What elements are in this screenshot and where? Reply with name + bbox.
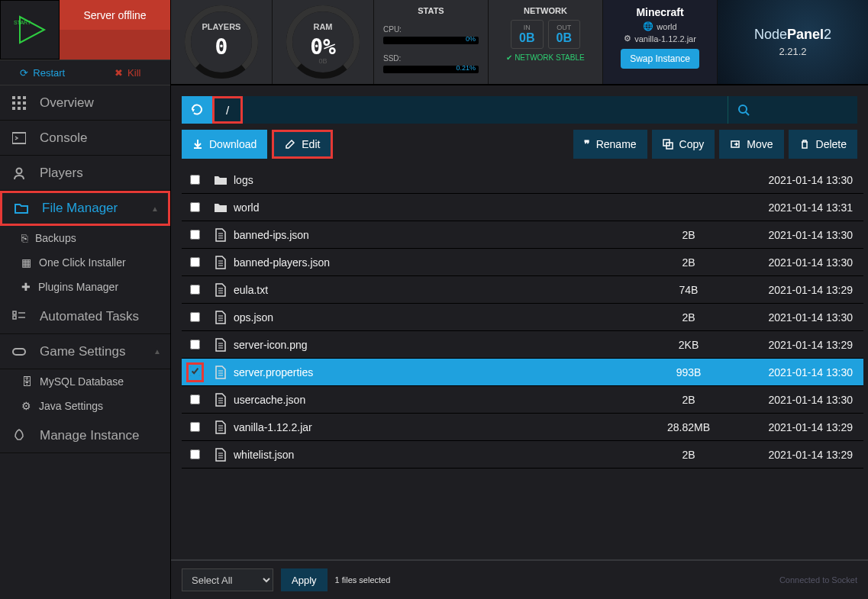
file-row[interactable]: server-icon.png2KB2021-01-14 13:29 bbox=[182, 331, 863, 359]
file-checkbox[interactable] bbox=[190, 449, 200, 459]
breadcrumb-root[interactable]: / bbox=[212, 96, 243, 124]
file-row[interactable]: vanilla-1.12.2.jar28.82MB2021-01-14 13:2… bbox=[182, 414, 863, 441]
file-date: 2021-01-14 13:30 bbox=[738, 394, 853, 406]
nav-game-settings[interactable]: Game Settings ▲ bbox=[0, 334, 170, 369]
svg-line-24 bbox=[746, 112, 749, 115]
file-date: 2021-01-14 13:30 bbox=[738, 256, 853, 269]
download-button[interactable]: Download bbox=[182, 130, 267, 159]
nav-file-manager[interactable]: File Manager ▲ bbox=[0, 191, 170, 226]
file-checkbox[interactable] bbox=[190, 312, 200, 322]
file-checkbox[interactable] bbox=[190, 340, 200, 349]
globe-icon: 🌐 bbox=[643, 21, 653, 31]
copy-button[interactable]: Copy bbox=[652, 130, 715, 159]
file-row[interactable]: eula.txt74B2021-01-14 13:29 bbox=[182, 276, 863, 304]
chevron-up-icon: ▲ bbox=[151, 204, 159, 213]
file-row[interactable]: banned-ips.json2B2021-01-14 13:30 bbox=[182, 221, 863, 249]
nav-automated-tasks[interactable]: Automated Tasks bbox=[0, 299, 170, 334]
file-size: 2B bbox=[639, 449, 738, 461]
file-size: 2B bbox=[639, 394, 738, 406]
grid-icon bbox=[9, 96, 29, 110]
file-icon bbox=[208, 311, 234, 324]
file-row[interactable]: banned-players.json2B2021-01-14 13:30 bbox=[182, 249, 863, 276]
nav-plugins[interactable]: ✚ Plugins Manager bbox=[0, 275, 170, 299]
file-date: 2021-01-14 13:30 bbox=[738, 311, 853, 324]
kill-button[interactable]: ✖ Kill bbox=[86, 60, 171, 85]
tasks-icon bbox=[9, 310, 29, 324]
file-checkbox[interactable] bbox=[190, 257, 200, 267]
file-date: 2021-01-14 13:29 bbox=[738, 449, 853, 461]
file-date: 2021-01-14 13:30 bbox=[738, 366, 853, 378]
file-row[interactable]: logs2021-01-14 13:30 bbox=[182, 166, 863, 194]
file-icon bbox=[208, 338, 234, 352]
nav-one-click[interactable]: ▦ One Click Installer bbox=[0, 250, 170, 275]
file-row[interactable]: whitelist.json2B2021-01-14 13:29 bbox=[182, 441, 863, 469]
svg-rect-11 bbox=[12, 133, 26, 143]
copy-icon bbox=[663, 139, 673, 150]
edit-button[interactable]: Edit bbox=[272, 130, 333, 159]
edit-icon bbox=[285, 139, 295, 150]
file-checkbox[interactable] bbox=[190, 285, 200, 295]
file-size: 2KB bbox=[639, 339, 738, 351]
start-button[interactable]: START bbox=[0, 0, 60, 60]
file-icon bbox=[208, 228, 234, 242]
download-icon bbox=[192, 139, 203, 150]
nav-players[interactable]: Players bbox=[0, 156, 170, 191]
restart-icon: ⟳ bbox=[20, 67, 28, 79]
restart-button[interactable]: ⟳ Restart bbox=[0, 60, 86, 85]
file-checkbox[interactable] bbox=[190, 175, 200, 185]
plugin-icon: ✚ bbox=[21, 281, 31, 293]
move-icon bbox=[730, 139, 741, 150]
delete-button[interactable]: Delete bbox=[789, 130, 857, 159]
file-checkbox[interactable] bbox=[190, 366, 200, 376]
file-row[interactable]: world2021-01-14 13:31 bbox=[182, 194, 863, 221]
nav-backups[interactable]: ⎘ Backups bbox=[0, 226, 170, 250]
nav-java[interactable]: ⚙ Java Settings bbox=[0, 394, 170, 418]
svg-rect-13 bbox=[13, 311, 16, 314]
file-checkbox[interactable] bbox=[190, 395, 200, 404]
rocket-icon bbox=[9, 429, 29, 443]
selection-count: 1 files selected bbox=[335, 575, 391, 585]
nav-console[interactable]: Console bbox=[0, 121, 170, 156]
file-icon bbox=[208, 283, 234, 297]
search-input[interactable] bbox=[728, 96, 857, 124]
search-icon bbox=[737, 104, 750, 116]
move-button[interactable]: Move bbox=[719, 130, 783, 159]
file-size: 2B bbox=[639, 229, 738, 241]
terminal-icon bbox=[9, 131, 29, 145]
file-size: 28.82MB bbox=[639, 421, 738, 433]
file-row[interactable]: server.properties993B2021-01-14 13:30 bbox=[182, 359, 863, 386]
nav-mysql[interactable]: 🗄 MySQL Database bbox=[0, 369, 170, 394]
file-name: ops.json bbox=[234, 311, 639, 324]
file-name: banned-players.json bbox=[234, 256, 639, 269]
apply-button[interactable]: Apply bbox=[281, 568, 328, 591]
nav-overview[interactable]: Overview bbox=[0, 85, 170, 121]
file-checkbox[interactable] bbox=[190, 202, 200, 212]
database-icon: 🗄 bbox=[21, 375, 32, 388]
file-name: logs bbox=[234, 174, 639, 186]
file-row[interactable]: ops.json2B2021-01-14 13:30 bbox=[182, 304, 863, 331]
rename-button[interactable]: ❞ Rename bbox=[573, 130, 647, 159]
svg-rect-17 bbox=[13, 349, 25, 355]
svg-rect-7 bbox=[23, 101, 26, 105]
file-icon bbox=[208, 256, 234, 269]
file-name: eula.txt bbox=[234, 284, 639, 296]
svg-rect-5 bbox=[12, 101, 15, 105]
file-name: whitelist.json bbox=[234, 449, 639, 461]
swap-instance-button[interactable]: Swap Instance bbox=[621, 49, 699, 69]
svg-rect-6 bbox=[18, 101, 21, 105]
refresh-button[interactable] bbox=[182, 96, 212, 124]
players-gauge: PLAYERS 0 bbox=[171, 0, 273, 84]
file-name: world bbox=[234, 201, 639, 214]
check-icon: ✔ bbox=[506, 53, 512, 62]
nav-manage-instance[interactable]: Manage Instance bbox=[0, 418, 170, 453]
file-checkbox[interactable] bbox=[190, 230, 200, 240]
svg-text:START: START bbox=[14, 20, 31, 25]
close-icon: ✖ bbox=[115, 67, 123, 79]
file-date: 2021-01-14 13:31 bbox=[738, 201, 853, 214]
select-all-dropdown[interactable]: Select All bbox=[182, 568, 273, 591]
server-status: Server offline bbox=[60, 0, 170, 30]
svg-rect-9 bbox=[18, 107, 21, 110]
file-checkbox[interactable] bbox=[190, 422, 200, 432]
file-row[interactable]: usercache.json2B2021-01-14 13:30 bbox=[182, 386, 863, 414]
file-icon bbox=[208, 366, 234, 379]
